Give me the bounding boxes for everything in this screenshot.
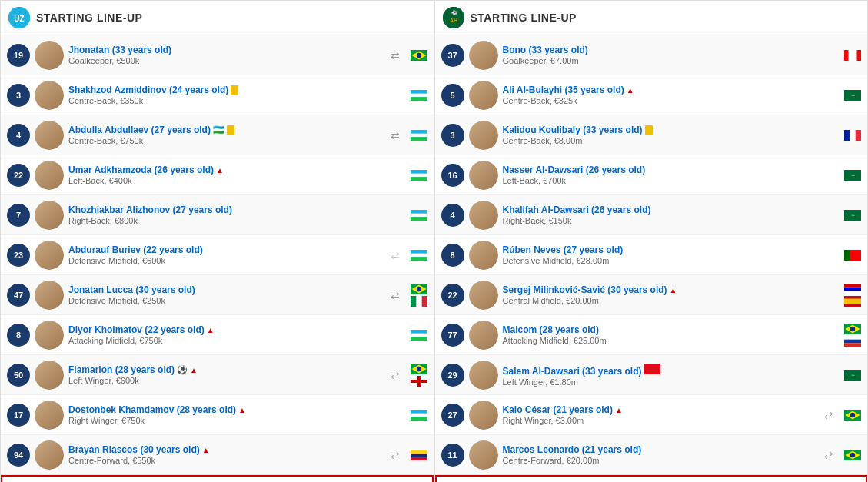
player-flags bbox=[844, 284, 861, 307]
player-flags bbox=[411, 50, 427, 61]
substitution-icon: ⇄ bbox=[391, 448, 407, 462]
player-name[interactable]: Flamarion (28 years old)⚽▲ bbox=[68, 364, 387, 375]
player-name[interactable]: Abdulla Abdullaev (27 years old) 🇺🇿 bbox=[68, 125, 387, 135]
player-row: 3Kalidou Koulibaly (33 years old)Centre-… bbox=[435, 115, 868, 155]
player-name[interactable]: Jonatan Lucca (30 years old) bbox=[68, 284, 387, 295]
flag-ru bbox=[844, 336, 861, 347]
player-number: 8 bbox=[7, 324, 30, 347]
team-title: STARTING LINE-UP bbox=[36, 12, 142, 24]
player-name[interactable]: Khalifah Al-Dawsari (26 years old) bbox=[503, 204, 839, 215]
svg-text:🇸🇦: 🇸🇦 bbox=[850, 173, 856, 179]
player-name-link[interactable]: Abdurauf Buriev bbox=[68, 244, 141, 255]
player-name-link[interactable]: Jonatan Lucca bbox=[68, 284, 133, 295]
yellow-card-icon bbox=[231, 85, 238, 95]
player-name-link[interactable]: Abdulla Abdullaev bbox=[68, 125, 148, 135]
player-name[interactable]: Brayan Riascos (30 years old)▲ bbox=[68, 444, 387, 455]
player-name-link[interactable]: Kaio César bbox=[503, 404, 551, 415]
player-avatar bbox=[469, 401, 498, 430]
svg-text:⚽: ⚽ bbox=[451, 10, 457, 16]
player-name-link[interactable]: Malcom bbox=[503, 324, 537, 335]
flag-br bbox=[844, 450, 861, 460]
flag-it bbox=[411, 296, 427, 307]
player-name[interactable]: Kalidou Koulibaly (33 years old) bbox=[503, 125, 839, 135]
player-name[interactable]: Bono (33 years old) bbox=[503, 45, 839, 55]
player-row: 37Bono (33 years old)Goalkeeper, €7.00m bbox=[435, 35, 868, 75]
svg-rect-21 bbox=[411, 253, 427, 257]
player-name[interactable]: Khozhiakbar Alizhonov (27 years old) bbox=[68, 204, 404, 215]
player-info: Khalifah Al-Dawsari (26 years old)Right-… bbox=[503, 204, 839, 225]
player-name[interactable]: Nasser Al-Dawsari (26 years old) bbox=[503, 165, 839, 175]
svg-rect-14 bbox=[411, 173, 427, 177]
player-info: Jonatan Lucca (30 years old)Defensive Mi… bbox=[68, 284, 387, 305]
player-flags bbox=[411, 364, 427, 387]
svg-rect-74 bbox=[844, 343, 861, 347]
player-flags bbox=[411, 450, 427, 460]
player-info: Shakhzod Azmiddinov (24 years old)Centre… bbox=[68, 85, 404, 105]
player-action-icons: ⇄ bbox=[391, 128, 407, 142]
flag-uz bbox=[411, 330, 427, 341]
player-name-link[interactable]: Flamarion bbox=[68, 364, 112, 375]
player-name[interactable]: Rúben Neves (27 years old) bbox=[503, 244, 839, 255]
player-avatar bbox=[469, 201, 498, 230]
flag-uz bbox=[411, 250, 427, 261]
player-flags bbox=[844, 130, 861, 141]
player-name-link[interactable]: Bono bbox=[503, 45, 527, 55]
player-name[interactable]: Ali Al-Bulayhi (35 years old)▲ bbox=[503, 85, 839, 95]
player-name[interactable]: Diyor Kholmatov (22 years old)▲ bbox=[68, 324, 404, 335]
player-row: 3Shakhzod Azmiddinov (24 years old)Centr… bbox=[1, 75, 434, 115]
player-name[interactable]: Kaio César (21 years old)▲ bbox=[503, 404, 822, 415]
player-name-link[interactable]: Umar Adkhamzoda bbox=[68, 165, 151, 175]
player-name-link[interactable]: Nasser Al-Dawsari bbox=[503, 165, 584, 175]
player-name[interactable]: Shakhzod Azmiddinov (24 years old) bbox=[68, 85, 404, 95]
svg-rect-57 bbox=[844, 130, 850, 141]
player-name-link[interactable]: Dostonbek Khamdamov bbox=[68, 404, 174, 415]
player-name-link[interactable]: Marcos Leonardo bbox=[503, 444, 580, 455]
flag-fr bbox=[844, 130, 861, 141]
player-name-link[interactable]: Shakhzod Azmiddinov bbox=[68, 85, 167, 95]
player-name-link[interactable]: Brayan Riascos bbox=[68, 444, 138, 455]
player-name-link[interactable]: Kalidou Koulibaly bbox=[503, 125, 580, 135]
flag-sa: 🇸🇦 bbox=[844, 370, 861, 381]
player-info: Abdulla Abdullaev (27 years old) 🇺🇿Centr… bbox=[68, 125, 387, 145]
player-name[interactable]: Sergej Milinković-Savić (30 years old)▲ bbox=[503, 284, 839, 295]
player-name-link[interactable]: Diyor Kholmatov bbox=[68, 324, 142, 335]
player-avatar bbox=[35, 281, 64, 310]
player-name-link[interactable]: Khozhiakbar Alizhonov bbox=[68, 204, 170, 215]
player-name-link[interactable]: Rúben Neves bbox=[503, 244, 561, 255]
svg-rect-7 bbox=[411, 93, 427, 97]
player-number: 50 bbox=[7, 364, 30, 387]
player-info: Malcom (28 years old)Attacking Midfield,… bbox=[503, 324, 839, 345]
player-name[interactable]: Abdurauf Buriev (22 years old) bbox=[68, 244, 387, 255]
team-right: ⚽AHSTARTING LINE-UP37Bono (33 years old)… bbox=[434, 0, 869, 482]
player-name[interactable]: Umar Adkhamzoda (26 years old)▲ bbox=[68, 165, 404, 175]
player-name-link[interactable]: Jhonatan bbox=[68, 45, 109, 55]
player-name-link[interactable]: Khalifah Al-Dawsari bbox=[503, 204, 589, 215]
svg-text:⇄: ⇄ bbox=[391, 289, 400, 301]
svg-rect-63 bbox=[844, 250, 850, 261]
player-number: 23 bbox=[7, 244, 30, 267]
svg-rect-15 bbox=[411, 177, 427, 181]
svg-rect-39 bbox=[411, 380, 427, 383]
player-details: Right Winger, €750k bbox=[68, 416, 404, 425]
red-arrow-icon: ▲ bbox=[216, 166, 224, 175]
player-row: 77Malcom (28 years old)Attacking Midfiel… bbox=[435, 315, 868, 355]
flag-rs bbox=[844, 284, 861, 294]
svg-rect-68 bbox=[844, 298, 861, 304]
player-name-link[interactable]: Ali Al-Bulayhi bbox=[503, 85, 563, 95]
svg-text:🇸🇦: 🇸🇦 bbox=[850, 213, 856, 219]
player-number: 17 bbox=[7, 404, 30, 427]
player-name[interactable]: Marcos Leonardo (21 years old) bbox=[503, 444, 822, 455]
player-name[interactable]: Dostonbek Khamdamov (28 years old)▲ bbox=[68, 404, 404, 415]
player-flags bbox=[411, 330, 427, 341]
player-name[interactable]: Malcom (28 years old) bbox=[503, 324, 839, 335]
player-details: Left-Back, €400k bbox=[68, 176, 404, 185]
player-number: 8 bbox=[441, 244, 464, 267]
player-name-link[interactable]: Sergej Milinković-Savić bbox=[503, 284, 605, 295]
player-name[interactable]: Jhonatan (33 years old) bbox=[68, 45, 387, 55]
yellow-card-icon bbox=[645, 125, 653, 135]
player-info: Khozhiakbar Alizhonov (27 years old)Righ… bbox=[68, 204, 404, 225]
player-name-link[interactable]: Salem Al-Dawsari bbox=[503, 366, 580, 377]
player-name[interactable]: Salem Al-Dawsari (33 years old) bbox=[503, 364, 839, 377]
player-flags bbox=[411, 210, 427, 221]
player-row: 29Salem Al-Dawsari (33 years old)Left Wi… bbox=[435, 355, 868, 395]
